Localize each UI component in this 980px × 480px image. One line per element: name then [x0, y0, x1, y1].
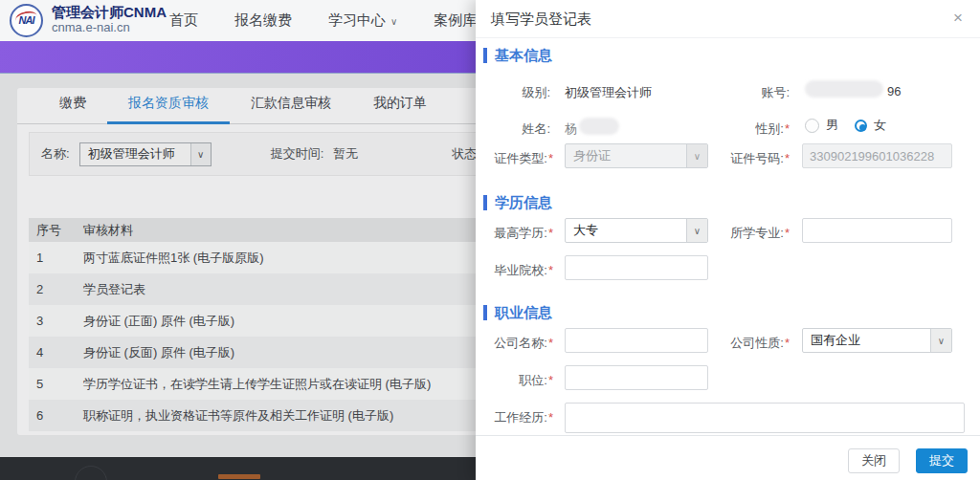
section-bar: [483, 195, 487, 210]
tab-payment[interactable]: 缴费: [38, 95, 107, 124]
position-input[interactable]: [565, 365, 708, 390]
close-icon[interactable]: ×: [947, 8, 969, 29]
level-select-value: 初级管理会计师: [88, 145, 175, 163]
filter-name-label: 名称:: [41, 145, 70, 163]
gender-radio-male[interactable]: 男: [805, 117, 838, 134]
id-number-label: 证件号码:*: [715, 150, 790, 167]
brand-logo-icon[interactable]: NAI: [10, 4, 43, 37]
id-number-input: [802, 143, 952, 168]
account-redacted-blur: [805, 80, 883, 98]
id-type-select: 身份证 ∨: [565, 143, 708, 168]
drawer-footer: 关闭 提交: [476, 435, 980, 480]
nav-item-home[interactable]: 首页: [151, 11, 216, 30]
school-label: 毕业院校:*: [476, 262, 553, 279]
tab-remittance-review[interactable]: 汇款信息审核: [230, 95, 352, 124]
required-asterisk: *: [548, 373, 553, 387]
tab-qualification-review[interactable]: 报名资质审核: [107, 95, 230, 124]
name-label: 姓名:: [476, 120, 550, 138]
major-label: 所学专业:*: [715, 225, 790, 242]
school-input[interactable]: [565, 255, 708, 280]
company-input[interactable]: [565, 328, 708, 353]
col-header-no: 序号: [29, 222, 83, 239]
brand-title: 管理会计师CNMA: [52, 5, 167, 20]
nav-item-learning-center[interactable]: 学习中心∨: [310, 11, 415, 30]
section-education-info: 学历信息: [483, 194, 552, 211]
brand-subtitle: cnma.e-nai.cn: [52, 20, 167, 35]
name-redacted-blur: [579, 118, 619, 135]
section-career-info: 职业信息: [483, 304, 552, 321]
account-value: 96: [887, 84, 901, 98]
drawer-header: 填写学员登记表 ×: [476, 0, 980, 38]
position-label: 职位:*: [476, 372, 553, 389]
company-type-select[interactable]: 国有企业 ∨: [802, 328, 952, 353]
submit-time-value: 暂无: [333, 145, 358, 163]
registration-form-drawer: 填写学员登记表 × 基本信息 级别: 初级管理会计师 账号: 96 姓名: 杨 …: [476, 0, 980, 480]
submit-time-label: 提交时间:: [271, 145, 324, 163]
required-asterisk: *: [548, 410, 553, 425]
nav-item-enroll-pay[interactable]: 报名缴费: [216, 11, 310, 30]
level-value: 初级管理会计师: [565, 84, 652, 101]
section-bar: [483, 305, 487, 320]
section-basic-info: 基本信息: [483, 47, 552, 64]
submit-button[interactable]: 提交: [916, 448, 968, 473]
close-button[interactable]: 关闭: [848, 448, 900, 473]
education-select[interactable]: 大专 ∨: [565, 218, 708, 243]
brand-block[interactable]: 管理会计师CNMA cnma.e-nai.cn: [52, 5, 167, 35]
major-input[interactable]: [802, 218, 952, 243]
required-asterisk: *: [785, 121, 790, 136]
chevron-down-icon: ∨: [390, 16, 397, 27]
gender-label: 性别:*: [715, 120, 790, 138]
footer-logo-icon: [75, 466, 107, 480]
id-type-label: 证件类型:*: [476, 150, 553, 167]
footer-decoration: [218, 474, 260, 479]
required-asterisk: *: [785, 336, 790, 350]
company-label: 公司名称:*: [476, 335, 553, 352]
required-asterisk: *: [785, 151, 790, 165]
gender-radio-female[interactable]: 女: [855, 117, 886, 134]
radio-circle-icon: [805, 119, 819, 133]
level-label: 级别:: [476, 84, 550, 101]
section-bar: [483, 48, 487, 63]
name-value: 杨: [565, 120, 577, 138]
required-asterisk: *: [548, 336, 553, 350]
chevron-down-icon: ∨: [190, 143, 211, 165]
level-select[interactable]: 初级管理会计师 ∨: [79, 142, 212, 166]
work-exp-label: 工作经历:*: [476, 409, 553, 426]
chevron-down-icon: ∨: [686, 144, 707, 167]
education-label: 最高学历:*: [476, 225, 553, 242]
required-asterisk: *: [548, 263, 553, 277]
work-exp-input[interactable]: [565, 403, 965, 433]
chevron-down-icon: ∨: [686, 219, 707, 242]
chevron-down-icon: ∨: [930, 329, 951, 352]
tab-my-orders[interactable]: 我的订单: [352, 95, 448, 124]
radio-circle-selected-icon: [855, 120, 867, 132]
company-type-label: 公司性质:*: [715, 335, 790, 352]
logo-text: NAI: [11, 14, 41, 26]
drawer-title: 填写学员登记表: [491, 11, 591, 29]
required-asterisk: *: [548, 151, 553, 165]
app-window: NAI 管理会计师CNMA cnma.e-nai.cn 首页 报名缴费 学习中心…: [0, 0, 980, 480]
required-asterisk: *: [548, 226, 553, 240]
required-asterisk: *: [785, 226, 790, 240]
account-label: 账号:: [715, 84, 790, 101]
